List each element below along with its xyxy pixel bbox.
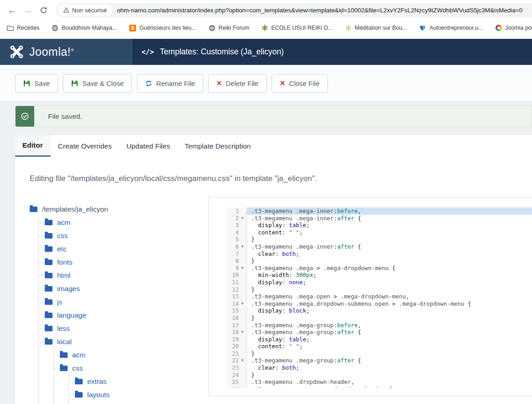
bookmark-item[interactable]: BGuérisseurs des lieu... xyxy=(129,25,196,32)
tree-item-layouts[interactable]: layouts xyxy=(15,388,208,401)
bookmark-item[interactable]: Reiki Forum xyxy=(209,25,249,32)
code-line[interactable]: 5} xyxy=(227,236,532,243)
fold-arrow-icon[interactable]: ▾ xyxy=(239,300,246,308)
code-line[interactable]: 16} xyxy=(227,314,532,322)
tree-item-js[interactable]: js xyxy=(15,295,208,308)
tree-item-acm[interactable]: acm xyxy=(15,348,208,361)
code-text: content: " "; xyxy=(247,343,532,350)
code-text: clear: both; xyxy=(247,364,532,372)
button-label: Save xyxy=(34,80,50,87)
code-line[interactable]: 23 clear: both; xyxy=(227,364,532,372)
code-line[interactable]: 10 min-width: 300px; xyxy=(227,271,532,279)
heart-blue-icon xyxy=(419,25,426,32)
close-icon: × xyxy=(216,80,221,87)
success-alert: File saved. xyxy=(15,106,532,127)
bookmark-item[interactable]: Bouddhism Mahaya... xyxy=(52,25,117,32)
chrome-divider xyxy=(0,36,532,39)
tree-connector xyxy=(38,262,44,263)
tree-item-less[interactable]: less xyxy=(15,322,208,335)
address-bar[interactable]: Non sécurisé ohm-namo.com/administrator/… xyxy=(56,3,532,17)
code-line[interactable]: 4 content: " "; xyxy=(227,229,532,236)
tree-item-images[interactable]: images xyxy=(15,282,208,295)
tab-template-description[interactable]: Template Description xyxy=(177,135,258,157)
fold-arrow-icon[interactable]: ▾ xyxy=(239,265,246,272)
save-close-button[interactable]: Save & Close xyxy=(63,74,132,93)
code-line[interactable]: 21} xyxy=(227,350,532,357)
tree-item-language[interactable]: language xyxy=(15,308,208,322)
code-line[interactable]: 25.t3-megamenu .dropdown-header, xyxy=(227,378,532,386)
fold-spacer xyxy=(239,271,246,279)
rename-file-button[interactable]: Rename File xyxy=(137,74,203,93)
code-line[interactable]: 19 display: table; xyxy=(227,336,532,343)
joomla-logo-icon xyxy=(9,44,24,59)
code-line[interactable]: 15 display: block; xyxy=(227,307,532,314)
bookmark-item[interactable]: ECOLE USUI REIKI D... xyxy=(262,25,333,31)
code-line[interactable]: 7 clear: both; xyxy=(227,250,532,258)
code-line[interactable]: 11 display: none; xyxy=(227,279,532,286)
save-button[interactable]: Save xyxy=(15,74,58,93)
security-chip[interactable]: Non sécurisé xyxy=(58,5,112,16)
code-line[interactable]: 1.t3-megamenu .mega-inner:before, xyxy=(227,207,532,215)
line-number-gutter: 20 xyxy=(227,343,247,350)
folder-icon xyxy=(30,207,37,212)
tree-item-rtl[interactable]: rtl xyxy=(15,401,208,404)
browser-back-button[interactable]: ← xyxy=(5,2,20,18)
fold-arrow-icon[interactable]: ▾ xyxy=(239,215,246,222)
line-number-gutter: 12 xyxy=(227,286,247,293)
code-line[interactable]: 12} xyxy=(227,286,532,293)
bookmark-item[interactable]: Recettes xyxy=(6,24,39,32)
tree-label: css xyxy=(57,232,68,240)
code-line[interactable]: 13.t3-megamenu .mega.open > .mega-dropdo… xyxy=(227,293,532,300)
code-text: .t3-megamenu .mega > .mega-dropdown-menu… xyxy=(247,265,532,272)
code-line[interactable]: 3 display: table; xyxy=(227,222,532,229)
tree-item-fonts[interactable]: fonts xyxy=(15,255,208,269)
tree-item-etc[interactable]: etc xyxy=(15,242,208,255)
security-label: Non sécurisé xyxy=(72,7,107,14)
code-line[interactable]: 6▾.t3-megamenu .mega-inner:after { xyxy=(227,243,532,250)
tree-item-extras[interactable]: extras xyxy=(15,375,208,388)
tab-create-overrides[interactable]: Create Overrides xyxy=(51,135,119,157)
tree-label: less xyxy=(57,324,70,333)
code-text: display: table; xyxy=(247,336,532,343)
tree-item-css[interactable]: css xyxy=(15,361,208,375)
bookmark-item[interactable]: Autoentrepreneur.u... xyxy=(419,25,483,32)
code-line[interactable]: 20 content: " "; xyxy=(227,343,532,350)
code-text: .t3-megamenu .mega-group:after { xyxy=(247,357,532,364)
code-line[interactable]: 22▾.t3-megamenu .mega-group:after { xyxy=(227,357,532,364)
code-editor-panel[interactable]: 1.t3-megamenu .mega-inner:before,2▾.t3-m… xyxy=(208,197,532,396)
tree-item-html[interactable]: html xyxy=(15,269,208,282)
line-number-gutter: 3 xyxy=(227,222,247,229)
tree-connector xyxy=(38,315,44,316)
close-file-button[interactable]: ×Close File xyxy=(272,74,328,93)
bookmark-item[interactable]: Méditation sur Bou... xyxy=(345,25,407,31)
fold-arrow-icon[interactable]: ▾ xyxy=(239,357,246,364)
delete-file-button[interactable]: ×Delete File xyxy=(208,74,267,93)
code-line[interactable]: 8} xyxy=(227,257,532,265)
fold-arrow-icon[interactable]: ▾ xyxy=(239,329,246,336)
tree-item-css[interactable]: css xyxy=(15,229,208,242)
line-number-gutter: 1 xyxy=(227,207,247,215)
browser-forward-button[interactable]: → xyxy=(20,2,36,18)
tree-item-acm[interactable]: acm xyxy=(15,216,208,229)
code-editor[interactable]: 1.t3-megamenu .mega-inner:before,2▾.t3-m… xyxy=(227,207,532,388)
line-number: 5 xyxy=(227,236,239,243)
tree-root[interactable]: /templates/ja_elicyon xyxy=(15,202,208,216)
code-line[interactable]: 2▾.t3-megamenu .mega-inner:after { xyxy=(227,215,532,222)
code-line[interactable]: 14▾.t3-megamenu .mega.dropdown-submenu.o… xyxy=(227,300,532,308)
browser-reload-button[interactable] xyxy=(36,2,51,18)
bookmark-label: Recettes xyxy=(17,25,39,31)
code-line[interactable]: 24} xyxy=(227,372,532,379)
fold-spacer xyxy=(239,322,246,329)
fold-spacer xyxy=(239,372,246,379)
code-line[interactable]: 9▾.t3-megamenu .mega > .mega-dropdown-me… xyxy=(227,265,532,272)
fold-arrow-icon[interactable]: ▾ xyxy=(239,243,246,250)
bookmark-item[interactable]: Joomla pour les dé... xyxy=(495,25,532,31)
tab-updated-files[interactable]: Updated Files xyxy=(119,135,178,157)
code-line[interactable]: 26.t3-megamenu .mega-nav .dropdown-heade… xyxy=(227,386,532,388)
tab-editor[interactable]: Editor xyxy=(15,135,51,157)
code-line[interactable]: 17.t3-megamenu .mega-group:before, xyxy=(227,322,532,329)
tree-item-local[interactable]: local xyxy=(15,335,208,348)
joomla-logo[interactable]: Joomla!® xyxy=(0,39,132,65)
line-number: 15 xyxy=(227,307,239,314)
code-line[interactable]: 18▾.t3-megamenu .mega-group:after { xyxy=(227,329,532,336)
